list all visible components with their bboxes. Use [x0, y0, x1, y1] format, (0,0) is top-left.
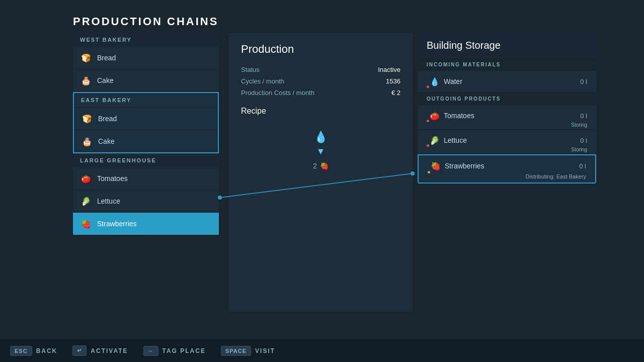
water-amount: 0 l	[580, 78, 587, 85]
key-action-activate[interactable]: ↵ ACTIVATE	[72, 345, 128, 356]
wb-bread-label: Bread	[97, 54, 116, 62]
stat-label-costs: Production Costs / month	[241, 89, 314, 97]
lettuce-amount: 0 l	[580, 137, 587, 144]
strawberries-dot	[428, 171, 430, 173]
middle-panel: Production Status Inactive Cycles / mont…	[229, 33, 413, 312]
lettuce-dot	[427, 144, 429, 147]
key-action-esc[interactable]: ESC BACK	[10, 346, 57, 356]
tomato-icon: 🍅	[80, 172, 92, 185]
strawberries-amount: 0 l	[579, 162, 586, 170]
sidebar-item-lg-strawberries[interactable]: 🍓 Strawberries	[73, 213, 219, 235]
lg-tomatoes-label: Tomatoes	[97, 174, 128, 183]
water-label: Water	[444, 77, 580, 85]
group-header-east-bakery: EAST BAKERY	[74, 93, 218, 108]
page-title: PRODUCTION CHAINS	[73, 15, 218, 28]
key-action-visit[interactable]: SPACE VISIT	[221, 346, 275, 356]
group-header-large-greenhouse: LARGE GREENHOUSE	[73, 153, 219, 167]
tomatoes-status: Storing	[571, 122, 587, 128]
recipe-output-count: 2	[313, 162, 317, 170]
space-key-badge: SPACE	[221, 346, 251, 356]
eb-bread-label: Bread	[98, 115, 117, 123]
recipe-title: Recipe	[241, 107, 400, 116]
cake-icon: 🎂	[80, 74, 92, 86]
key-action-tag[interactable]: ↔ TAG PLACE	[143, 346, 206, 356]
stat-label-status: Status	[241, 66, 260, 73]
sidebar-item-eb-bread[interactable]: 🍞 Bread	[74, 108, 218, 130]
lettuce-label: Lettuce	[444, 136, 580, 144]
production-title: Production	[241, 43, 400, 56]
tomatoes-dot	[427, 120, 429, 122]
strawberries-label: Strawberries	[445, 162, 579, 170]
stat-value-cycles: 1536	[386, 77, 400, 85]
cake-icon-eb: 🎂	[81, 135, 93, 147]
storage-item-water: 💧 Water 0 l	[418, 71, 596, 93]
sidebar-item-eb-cake[interactable]: 🎂 Cake	[74, 130, 218, 152]
tag-key-badge: ↔	[143, 346, 158, 356]
tomatoes-label: Tomatoes	[444, 112, 580, 120]
outgoing-products-header: OUTGOING PRODUCTS	[418, 93, 596, 105]
bread-icon-eb: 🍞	[81, 113, 93, 125]
sidebar-item-wb-cake[interactable]: 🎂 Cake	[73, 69, 219, 92]
left-panel: WEST BAKERY 🍞 Bread 🎂 Cake EAST BAKERY 🍞…	[73, 33, 219, 235]
enter-key-badge: ↵	[72, 345, 87, 356]
strawberry-icon-left: 🍓	[80, 218, 92, 230]
tag-label: TAG PLACE	[163, 347, 206, 354]
recipe-arrow-down: ▼	[316, 146, 326, 157]
water-dot	[427, 85, 429, 88]
eb-cake-label: Cake	[98, 137, 115, 145]
back-label: BACK	[36, 347, 58, 354]
recipe-output-icon: 🍓	[320, 162, 329, 170]
stat-value-status: Inactive	[378, 66, 400, 73]
strawberries-status: Distributing: East Bakery	[526, 173, 586, 179]
wb-cake-label: Cake	[97, 76, 114, 84]
storage-item-strawberries: 🍓 Strawberries 0 l Distributing: East Ba…	[418, 154, 596, 184]
group-header-west-bakery: WEST BAKERY	[73, 33, 219, 47]
recipe-input-icon: 💧	[314, 131, 328, 144]
lettuce-status: Storing	[571, 147, 587, 152]
lettuce-icon: 🥬	[80, 195, 92, 207]
stat-row-costs: Production Costs / month € 2	[241, 89, 400, 97]
strawberries-icon: 🍓	[428, 160, 439, 171]
sidebar-item-wb-bread[interactable]: 🍞 Bread	[73, 47, 219, 69]
lg-lettuce-label: Lettuce	[97, 197, 120, 205]
tomatoes-amount: 0 l	[580, 112, 587, 120]
visit-label: VISIT	[255, 347, 275, 354]
stat-row-cycles: Cycles / month 1536	[241, 77, 400, 85]
stat-row-status: Status Inactive	[241, 66, 400, 73]
bottom-bar: ESC BACK ↵ ACTIVATE ↔ TAG PLACE SPACE VI…	[0, 339, 644, 362]
esc-key-badge: ESC	[10, 346, 32, 356]
stat-label-cycles: Cycles / month	[241, 77, 284, 85]
right-panel: Building Storage INCOMING MATERIALS 💧 Wa…	[418, 33, 596, 184]
storage-item-lettuce: 🥬 Lettuce 0 l Storing	[418, 130, 596, 154]
lg-strawberries-label: Strawberries	[97, 220, 137, 228]
right-panel-title: Building Storage	[418, 33, 596, 58]
sidebar-item-lg-lettuce[interactable]: 🥬 Lettuce	[73, 190, 219, 213]
sidebar-item-lg-tomatoes[interactable]: 🍅 Tomatoes	[73, 167, 219, 190]
storage-item-tomatoes: 🍅 Tomatoes 0 l Storing	[418, 105, 596, 130]
stat-value-costs: € 2	[391, 89, 400, 97]
recipe-output-row: 2 🍓	[313, 162, 329, 170]
activate-label: ACTIVATE	[91, 347, 128, 354]
recipe-area: 💧 ▼ 2 🍓	[241, 131, 400, 170]
incoming-materials-header: INCOMING MATERIALS	[418, 58, 596, 71]
bread-icon: 🍞	[80, 52, 92, 64]
east-bakery-group: EAST BAKERY 🍞 Bread 🎂 Cake	[73, 92, 219, 153]
